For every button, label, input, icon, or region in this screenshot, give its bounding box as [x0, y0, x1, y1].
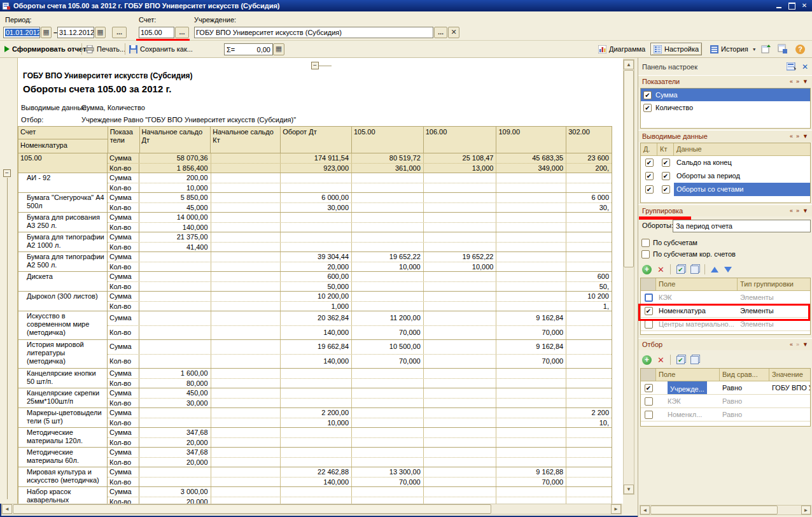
close-button[interactable]: ✕ — [799, 1, 809, 10]
checkbox-icon[interactable]: ✔ — [645, 159, 654, 167]
column-group-collapse-button[interactable]: − — [311, 62, 319, 69]
table-row[interactable]: 105.00Сумма58 070,36174 911,5480 519,722… — [18, 153, 612, 173]
table-row[interactable]: ДискетаСумма600,00600Кол-во50,00050, — [18, 272, 612, 292]
row-group-collapse-button[interactable]: − — [3, 169, 11, 177]
account-more-button[interactable]: ... — [175, 27, 189, 38]
period-from-field[interactable]: 01.01.2012 — [3, 27, 40, 38]
checkbox-icon[interactable] — [645, 411, 653, 419]
period-from-calendar-button[interactable]: ▦ — [41, 27, 52, 38]
panel-close-icon[interactable]: ✕ — [802, 62, 808, 71]
table-row[interactable]: Бумага для типографии А2 500 л.Сумма39 3… — [18, 252, 612, 272]
table-row[interactable]: История мировой литературы (методичка)Су… — [18, 340, 612, 369]
panel-hscrollbar[interactable]: ◄ ► — [640, 505, 811, 515]
load-settings-button[interactable] — [778, 43, 788, 55]
history-button[interactable]: История ▼ — [710, 43, 757, 55]
table-row[interactable]: АИ - 92Сумма200,00Кол-во10,000 — [18, 173, 612, 193]
check-all-icon[interactable]: ✔ — [676, 266, 685, 274]
sum-field[interactable]: Σ= 0,00 — [224, 43, 273, 55]
checkbox-icon[interactable]: ✔ — [662, 172, 670, 180]
checkbox-icon[interactable]: ✔ — [645, 172, 654, 180]
add-icon[interactable]: + — [642, 265, 652, 274]
vscroll-thumb[interactable] — [624, 70, 634, 267]
column-header-3[interactable]: 105.00 — [351, 127, 423, 153]
diagram-button[interactable]: Диаграмма — [598, 43, 645, 55]
column-header-5[interactable]: 109.00 — [496, 127, 566, 153]
by-corr-subaccounts-checkbox[interactable]: По субсчетам кор. счетов — [641, 249, 736, 259]
checkbox-icon[interactable]: ✔ — [645, 185, 654, 194]
section-output-data-header[interactable]: Выводимые данные « » ▼ — [638, 130, 812, 142]
print-button[interactable]: Печать... — [85, 43, 125, 55]
output-data-row[interactable]: ✔✔Обороты за период — [641, 169, 810, 183]
output-data-row[interactable]: ✔✔Обороты со счетами — [641, 183, 810, 196]
expand-right-icon[interactable]: » — [796, 341, 799, 348]
table-row[interactable]: Бумага "Снегурочка" А4 500лСумма5 850,00… — [18, 193, 612, 213]
move-down-icon[interactable] — [724, 267, 732, 273]
save-settings-button[interactable] — [761, 43, 771, 55]
institution-clear-button[interactable]: ✕ — [448, 27, 459, 38]
expand-right-icon[interactable]: » — [796, 208, 799, 214]
expand-right-icon[interactable]: » — [796, 78, 799, 85]
table-row[interactable]: Канцелярские кнопки 50 шт/п.Сумма1 600,0… — [18, 369, 612, 388]
table-row[interactable]: Методические материалы 120л.Сумма347,68К… — [18, 428, 612, 448]
table-vscrollbar[interactable]: ▲ ▼ — [623, 59, 634, 495]
institution-field[interactable]: ГОБУ ВПО Университет искусств (Субсидия) — [194, 27, 433, 38]
by-subaccounts-checkbox[interactable]: По субсчетам — [641, 237, 697, 248]
table-row[interactable]: Набор красок акварельныхСумма3 000,00Кол… — [18, 487, 612, 504]
checkbox-icon[interactable]: ✔ — [643, 104, 652, 112]
uncheck-all-icon[interactable] — [690, 266, 699, 274]
account-field[interactable]: 105.00 — [139, 27, 174, 38]
column-header-2[interactable]: Оборот Дт — [280, 127, 351, 153]
collapse-left-icon[interactable]: « — [790, 133, 793, 139]
generate-report-button[interactable]: Сформировать отчет — [4, 43, 86, 55]
institution-more-button[interactable]: ... — [434, 27, 447, 38]
table-row[interactable]: Канцелярские скрепки 25мм*100шт/пСумма45… — [18, 388, 612, 408]
table-row[interactable]: Бумага для рисования А3 250 л.Сумма14 00… — [18, 213, 612, 232]
grouping-row[interactable]: КЭКЭлементы — [641, 291, 810, 304]
output-data-row[interactable]: ✔✔Сальдо на конец — [641, 156, 810, 169]
add-icon[interactable]: + — [642, 355, 652, 365]
scroll-right-arrow[interactable]: ► — [611, 504, 621, 514]
table-row[interactable]: Искусство в современном мире (методичка)… — [18, 311, 612, 340]
collapse-left-icon[interactable]: « — [790, 78, 793, 85]
delete-icon[interactable]: ✕ — [657, 265, 664, 274]
scroll-left-arrow[interactable]: ◄ — [2, 504, 12, 514]
period-to-calendar-button[interactable]: ▦ — [95, 27, 106, 38]
collapse-left-icon[interactable]: « — [790, 208, 793, 214]
checkbox-icon[interactable]: ✔ — [643, 91, 652, 99]
uncheck-all-icon[interactable] — [690, 356, 699, 364]
panel-settings-icon[interactable] — [787, 62, 797, 71]
indicator-item[interactable]: ✔Сумма — [641, 89, 810, 101]
scroll-down-arrow[interactable]: ▼ — [624, 485, 634, 494]
check-all-icon[interactable]: ✔ — [676, 356, 685, 364]
table-row[interactable]: Мировая культура и искусство (методичка)… — [18, 467, 612, 487]
scroll-up-arrow[interactable]: ▲ — [624, 60, 634, 69]
table-hscrollbar[interactable]: ◄ ► — [1, 504, 622, 514]
section-indicators-header[interactable]: Показатели « » ▼ — [638, 75, 812, 87]
restore-button[interactable] — [787, 1, 797, 10]
period-more-button[interactable]: ... — [112, 27, 127, 38]
section-collapse-icon[interactable]: ▼ — [802, 208, 808, 214]
scroll-left-arrow[interactable]: ◄ — [640, 506, 650, 514]
table-row[interactable]: Дырокол (300 листов)Сумма10 200,0010 200… — [18, 292, 612, 311]
checkbox-icon[interactable]: ✔ — [662, 185, 670, 194]
save-as-button[interactable]: Сохранить как... — [129, 43, 193, 55]
section-selection-header[interactable]: Отбор « » ▼ — [638, 338, 812, 350]
section-collapse-icon[interactable]: ▼ — [802, 133, 808, 139]
selection-row[interactable]: Номенкл...Равно — [641, 408, 810, 421]
table-row[interactable]: Маркеры-цветовыдели тели (5 шт)Сумма2 20… — [18, 408, 612, 428]
selection-row[interactable]: ✔Учрежде...РавноГОБУ ВПО Ун... — [641, 381, 810, 395]
turnovers-select[interactable]: За период отчета — [673, 220, 811, 232]
expand-right-icon[interactable]: » — [796, 133, 799, 139]
section-grouping-header[interactable]: Группировка « » ▼ — [638, 204, 812, 216]
column-header-4[interactable]: 106.00 — [423, 127, 496, 153]
help-button[interactable]: ? — [795, 43, 805, 55]
indicator-item[interactable]: ✔Количество — [641, 101, 810, 114]
sum-calc-button[interactable]: ▦ — [273, 43, 284, 55]
table-row[interactable]: Методические материалы 60л.Сумма347,68Ко… — [18, 448, 612, 467]
checkbox-icon[interactable] — [645, 294, 653, 302]
move-up-icon[interactable] — [711, 267, 718, 273]
settings-button[interactable]: Настройка — [650, 43, 702, 55]
section-collapse-icon[interactable]: ▼ — [802, 78, 808, 85]
checkbox-icon[interactable]: ✔ — [662, 159, 670, 167]
column-header-0[interactable]: Начальное сальдо Дт — [139, 127, 211, 153]
